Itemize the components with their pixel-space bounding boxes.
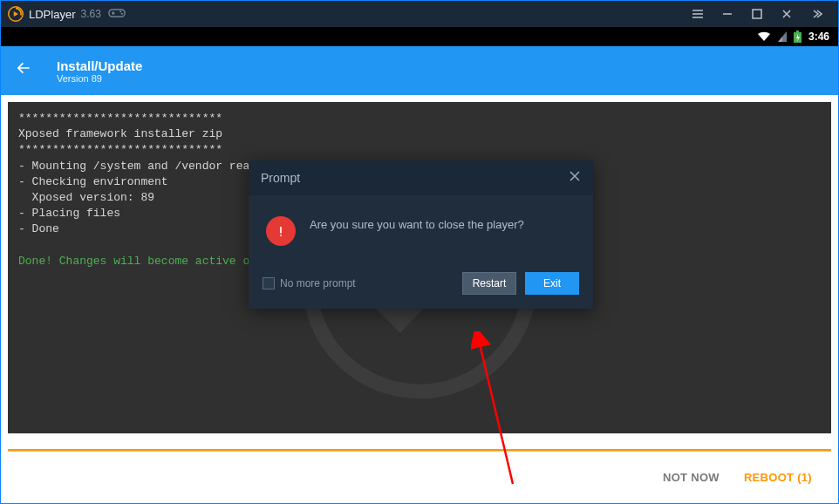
svg-marker-7 <box>778 37 782 42</box>
page-header: Install/Update Version 89 <box>1 46 838 95</box>
not-now-button[interactable]: NOT NOW <box>663 471 720 484</box>
expand-icon[interactable] <box>801 1 831 27</box>
checkbox-box <box>263 277 275 289</box>
svg-point-3 <box>119 10 121 12</box>
status-time: 3:46 <box>808 31 829 43</box>
wifi-icon <box>757 31 771 42</box>
titlebar: LDPlayer 3.63 <box>1 1 838 27</box>
minimize-button[interactable] <box>713 1 742 27</box>
dialog-body: Are you sure you want to close the playe… <box>249 195 593 262</box>
close-button[interactable] <box>772 1 801 27</box>
exit-button[interactable]: Exit <box>525 272 579 295</box>
page-subtitle: Version 89 <box>57 73 142 84</box>
android-statusbar: 3:46 <box>1 27 838 46</box>
svg-rect-5 <box>753 10 761 18</box>
signal-icon <box>778 31 787 42</box>
dialog-title: Prompt <box>261 171 569 185</box>
controller-icon <box>108 7 126 22</box>
dialog-message: Are you sure you want to close the playe… <box>310 216 524 246</box>
restart-button[interactable]: Restart <box>462 272 516 295</box>
maximize-button[interactable] <box>742 1 772 27</box>
ldplayer-logo-icon <box>8 6 24 22</box>
dialog-header: Prompt <box>249 160 593 195</box>
page-title: Install/Update <box>57 58 142 73</box>
reboot-button[interactable]: REBOOT (1) <box>744 471 812 484</box>
dialog-close-button[interactable] <box>569 170 581 186</box>
checkbox-label: No more prompt <box>280 277 356 289</box>
app-version: 3.63 <box>80 8 100 20</box>
battery-icon <box>794 31 801 43</box>
app-name: LDPlayer <box>29 8 75 21</box>
menu-icon[interactable] <box>683 1 713 27</box>
svg-rect-9 <box>796 31 799 32</box>
svg-point-4 <box>121 12 123 14</box>
prompt-dialog: Prompt Are you sure you want to close th… <box>249 160 593 309</box>
dialog-footer: No more prompt Restart Exit <box>249 262 593 309</box>
footer: NOT NOW REBOOT (1) <box>1 451 838 503</box>
svg-marker-1 <box>14 11 18 17</box>
svg-rect-2 <box>109 9 125 16</box>
warning-icon <box>266 216 296 246</box>
no-more-prompt-checkbox[interactable]: No more prompt <box>263 277 454 289</box>
back-button[interactable] <box>15 59 32 82</box>
